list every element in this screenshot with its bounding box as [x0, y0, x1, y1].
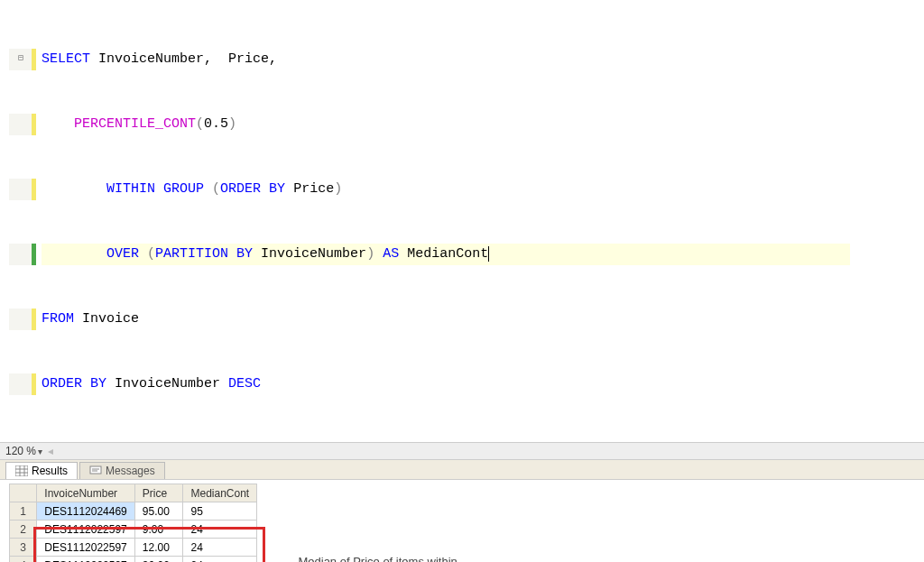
alias-mediancont: MedianCont: [399, 246, 489, 262]
table-row[interactable]: 1DES111202446995.0095: [10, 502, 257, 521]
tab-messages-label: Messages: [106, 465, 155, 477]
results-tab-row: Results Messages: [0, 460, 924, 480]
table-row[interactable]: 2DES11120225979.0024: [10, 521, 257, 539]
cell-price[interactable]: 36.00: [134, 557, 183, 563]
sql-editor[interactable]: ⊟SELECT InvoiceNumber, Price, PERCENTILE…: [0, 0, 924, 442]
cell-price[interactable]: 12.00: [134, 539, 183, 557]
tab-results-label: Results: [32, 465, 68, 477]
cell-invoice[interactable]: DES1112022597: [37, 521, 134, 539]
annotation-label-1: Median of Price of items within DES11120…: [285, 541, 457, 562]
table-row[interactable]: 4DES111202259736.0024: [10, 557, 257, 563]
cell-invoice[interactable]: DES1112024469: [37, 502, 134, 521]
row-number[interactable]: 3: [10, 539, 37, 557]
cell-price[interactable]: 9.00: [134, 521, 183, 539]
cell-price[interactable]: 95.00: [134, 502, 183, 521]
results-pane: InvoiceNumber Price MedianCont 1DES11120…: [0, 484, 924, 562]
zoom-value: 120 %: [5, 445, 36, 457]
cell-invoice[interactable]: DES1112022597: [37, 557, 134, 563]
row-number[interactable]: 2: [10, 521, 37, 539]
kw-select: SELECT: [42, 49, 90, 70]
cell-median[interactable]: 24: [183, 539, 257, 557]
table-row[interactable]: 3DES111202259712.0024: [10, 539, 257, 557]
row-number[interactable]: 1: [10, 502, 37, 521]
col-invoice[interactable]: InvoiceNumber: [37, 484, 134, 502]
chevron-down-icon: ▾: [38, 447, 42, 456]
tab-messages[interactable]: Messages: [79, 462, 165, 479]
zoom-control[interactable]: 120 %▾◂: [0, 442, 924, 460]
grid-icon: [15, 465, 28, 476]
svg-rect-5: [90, 466, 101, 474]
row-number[interactable]: 4: [10, 557, 37, 563]
cell-median[interactable]: 95: [183, 502, 257, 521]
col-median[interactable]: MedianCont: [183, 484, 257, 502]
cell-invoice[interactable]: DES1112022597: [37, 539, 134, 557]
messages-icon: [89, 465, 102, 476]
func-percentile: PERCENTILE_CONT: [74, 114, 196, 135]
col-price[interactable]: Price: [134, 484, 183, 502]
tab-results[interactable]: Results: [5, 462, 78, 479]
svg-rect-0: [15, 465, 28, 476]
cell-median[interactable]: 24: [183, 557, 257, 563]
results-grid[interactable]: InvoiceNumber Price MedianCont 1DES11120…: [9, 484, 257, 562]
cell-median[interactable]: 24: [183, 521, 257, 539]
grid-corner[interactable]: [10, 484, 37, 502]
collapse-icon[interactable]: ⊟: [18, 51, 23, 66]
